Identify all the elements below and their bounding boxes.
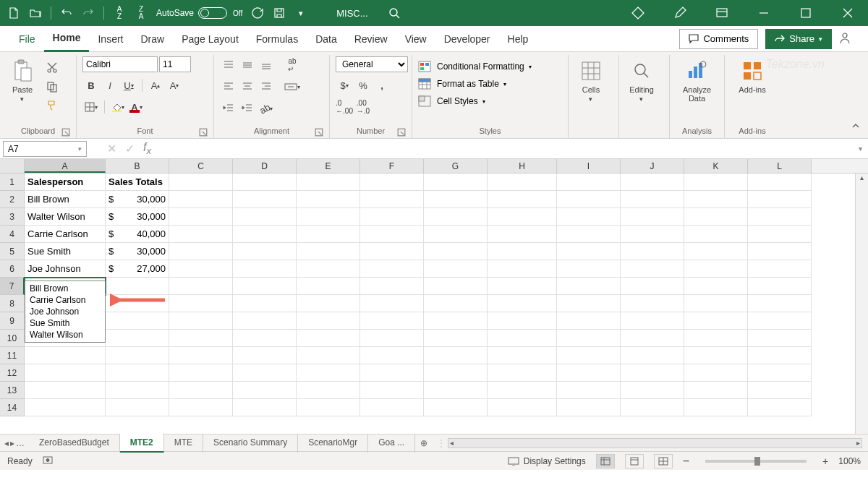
cell[interactable] — [360, 347, 424, 364]
col-header-D[interactable]: D — [233, 159, 297, 173]
cell[interactable] — [557, 226, 621, 243]
analyze-data-button[interactable]: Analyze Data — [676, 56, 718, 103]
format-as-table-button[interactable]: Format as Table▾ — [418, 78, 506, 90]
row-header[interactable]: 7 — [0, 278, 25, 295]
col-header-K[interactable]: K — [684, 159, 748, 173]
editing-button[interactable]: Editing▾ — [625, 56, 658, 103]
cell[interactable] — [25, 364, 106, 382]
search-icon[interactable] — [388, 7, 400, 19]
cell[interactable] — [233, 330, 297, 347]
increase-decimal-icon[interactable]: .0←.00 — [336, 98, 353, 116]
cell[interactable] — [106, 382, 169, 399]
row-header[interactable]: 13 — [0, 382, 25, 399]
cell[interactable] — [424, 226, 488, 243]
cell[interactable] — [233, 312, 297, 330]
cell[interactable] — [233, 382, 297, 399]
col-header-A[interactable]: A — [25, 159, 106, 173]
cell[interactable] — [488, 382, 557, 399]
tab-file[interactable]: File — [10, 26, 44, 52]
formula-input[interactable] — [157, 141, 853, 157]
row-header[interactable]: 14 — [0, 399, 25, 416]
decrease-decimal-icon[interactable]: .00→.0 — [354, 98, 372, 116]
maximize-icon[interactable] — [790, 0, 822, 26]
expand-formula-icon[interactable]: ▾ — [853, 145, 868, 153]
sheet-tab[interactable]: MTE2 — [120, 434, 164, 453]
tab-home[interactable]: Home — [44, 26, 90, 52]
cell[interactable] — [106, 312, 169, 330]
cell[interactable] — [25, 399, 106, 416]
tab-developer[interactable]: Developer — [435, 26, 499, 52]
tab-layout[interactable]: Page Layout — [173, 26, 247, 52]
col-header-E[interactable]: E — [297, 159, 360, 173]
cell[interactable] — [488, 208, 557, 226]
collapse-ribbon-icon[interactable] — [851, 121, 861, 134]
align-middle-icon[interactable] — [239, 56, 256, 74]
qa-sort-asc-icon[interactable]: AZ — [110, 4, 129, 22]
col-header-J[interactable]: J — [621, 159, 684, 173]
cell[interactable] — [169, 260, 233, 278]
cell[interactable] — [424, 399, 488, 416]
cell[interactable] — [621, 208, 684, 226]
cell[interactable] — [169, 191, 233, 208]
cell[interactable]: Sue Smith — [25, 243, 106, 260]
tab-draw[interactable]: Draw — [132, 26, 173, 52]
cell[interactable] — [360, 191, 424, 208]
cell[interactable] — [488, 347, 557, 364]
col-header-B[interactable]: B — [106, 159, 169, 173]
cell[interactable] — [748, 347, 812, 364]
cell[interactable] — [106, 330, 169, 347]
cell[interactable] — [106, 364, 169, 382]
cell[interactable]: Bill Brown — [25, 191, 106, 208]
qa-save-icon[interactable] — [270, 4, 289, 22]
view-page-break-icon[interactable] — [654, 454, 673, 468]
cell[interactable] — [621, 312, 684, 330]
new-sheet-button[interactable]: ⊕ — [415, 438, 433, 448]
cell[interactable] — [621, 330, 684, 347]
increase-indent-icon[interactable] — [239, 100, 256, 117]
alignment-dialog-icon[interactable] — [315, 128, 323, 137]
cell[interactable] — [233, 174, 297, 191]
row-header[interactable]: 9 — [0, 312, 25, 330]
cell[interactable] — [297, 312, 360, 330]
cell[interactable] — [684, 399, 748, 416]
cell[interactable] — [297, 330, 360, 347]
cell[interactable] — [297, 208, 360, 226]
row-header[interactable]: 1 — [0, 174, 25, 191]
cell[interactable] — [557, 243, 621, 260]
cell[interactable]: $40,000 — [106, 226, 169, 243]
cell[interactable] — [297, 243, 360, 260]
cell[interactable] — [297, 399, 360, 416]
row-header[interactable]: 4 — [0, 226, 25, 243]
cell[interactable] — [684, 278, 748, 295]
wrap-text-button[interactable]: ab↵ — [284, 56, 301, 74]
cell[interactable] — [233, 295, 297, 312]
cell[interactable] — [233, 208, 297, 226]
zoom-level[interactable]: 100% — [838, 456, 861, 466]
cut-icon[interactable] — [43, 59, 61, 77]
cell[interactable] — [106, 347, 169, 364]
tab-data[interactable]: Data — [307, 26, 346, 52]
align-left-icon[interactable] — [220, 78, 237, 95]
cell[interactable] — [25, 347, 106, 364]
cell[interactable] — [557, 260, 621, 278]
autosave-toggle[interactable]: AutoSave Off — [156, 7, 242, 19]
cell[interactable]: Salesperson — [25, 174, 106, 191]
cell[interactable]: $27,000 — [106, 260, 169, 278]
cell[interactable] — [169, 399, 233, 416]
pen-icon[interactable] — [664, 0, 696, 26]
cell[interactable] — [488, 174, 557, 191]
cell[interactable] — [106, 399, 169, 416]
merge-button[interactable]: ▾ — [284, 78, 301, 95]
enter-formula-icon[interactable]: ✓ — [125, 142, 135, 155]
sheet-tab[interactable]: Scenario Summary — [203, 434, 298, 453]
cell[interactable] — [360, 260, 424, 278]
cell[interactable] — [169, 174, 233, 191]
addins-button[interactable]: Add-ins — [731, 56, 774, 94]
cell[interactable] — [748, 191, 812, 208]
cell[interactable] — [169, 226, 233, 243]
cell[interactable] — [233, 364, 297, 382]
cell[interactable] — [488, 295, 557, 312]
cell[interactable] — [684, 174, 748, 191]
cell[interactable] — [621, 226, 684, 243]
cell[interactable] — [557, 312, 621, 330]
